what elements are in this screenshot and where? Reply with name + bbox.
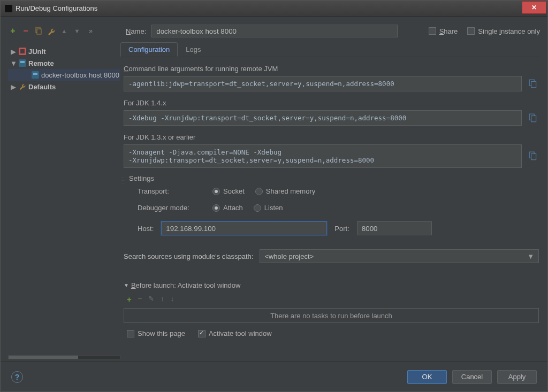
port-label: Port:	[334, 225, 349, 233]
apply-button[interactable]: Apply	[497, 370, 537, 384]
tree-label: Defaults	[28, 83, 56, 91]
app-icon	[5, 5, 12, 12]
config-name-input[interactable]	[151, 25, 398, 37]
transport-socket-radio[interactable]: Socket	[212, 187, 245, 195]
classpath-value: <whole project>	[264, 252, 314, 260]
copy-config-icon[interactable]	[34, 26, 43, 36]
jdk13-label: For JDK 1.3.x or earlier	[124, 133, 539, 141]
port-input[interactable]	[357, 221, 432, 235]
help-button[interactable]: ?	[11, 371, 23, 383]
remove-task-icon: −	[138, 295, 142, 304]
window-title: Run/Debug Configurations	[16, 4, 97, 12]
tree-node-defaults[interactable]: ▶ Defaults	[8, 81, 120, 93]
mode-label: Debugger mode:	[138, 204, 202, 212]
svg-rect-7	[531, 154, 536, 160]
before-launch-header[interactable]: ▼ Before launch: Activate tool window	[124, 281, 539, 289]
tree-column: ▶ JUnit ▼ Remote docker-toolbox host 800…	[8, 42, 120, 359]
caret-down-icon: ▼	[124, 282, 129, 288]
move-task-down-icon: ↓	[171, 295, 174, 304]
tasks-list[interactable]: There are no tasks to run before launch	[124, 308, 539, 323]
junit-icon	[19, 48, 26, 55]
transport-row: Transport: Socket Shared memory	[138, 187, 539, 195]
config-panel: Command line arguments for running remot…	[120, 57, 540, 359]
jdk14-label: For JDK 1.4.x	[124, 99, 539, 107]
host-label: Host:	[138, 225, 154, 233]
host-input[interactable]	[161, 221, 327, 235]
svg-rect-5	[531, 116, 536, 121]
activate-window-checkbox[interactable]: Activate tool window	[198, 329, 272, 337]
expand-arrow-icon[interactable]: ▶	[10, 48, 17, 56]
classpath-label: Search sources using module's classpath:	[124, 252, 253, 260]
edit-defaults-icon[interactable]	[47, 26, 56, 36]
move-up-icon[interactable]: ▲	[59, 26, 69, 36]
tree-node-remote[interactable]: ▼ Remote	[8, 57, 120, 69]
dropdown-arrow-icon: ▼	[527, 252, 534, 260]
remove-config-icon[interactable]: −	[21, 26, 31, 36]
add-task-icon[interactable]: +	[127, 295, 132, 304]
tree-label: docker-toolbox host 8000	[41, 71, 119, 79]
drag-handle-icon[interactable]: ······	[121, 176, 125, 185]
transport-label: Transport:	[138, 187, 202, 195]
before-launch-section: ▼ Before launch: Activate tool window + …	[124, 281, 539, 337]
copy-jdk14-icon[interactable]	[527, 110, 539, 126]
tree-label: JUnit	[28, 48, 46, 56]
show-page-checkbox[interactable]: Show this page	[127, 329, 185, 337]
mode-attach-radio[interactable]: Attach	[212, 204, 243, 212]
collapse-arrow-icon[interactable]: ▼	[10, 59, 17, 67]
transport-shared-radio[interactable]: Shared memory	[255, 187, 315, 195]
move-task-up-icon: ↑	[161, 295, 164, 304]
tree-scrollbar[interactable]	[8, 355, 120, 359]
svg-rect-1	[37, 29, 41, 34]
expand-arrow-icon[interactable]: ▶	[10, 83, 17, 91]
empty-tasks-label: There are no tasks to run before launch	[270, 312, 392, 320]
tab-logs[interactable]: Logs	[178, 42, 209, 57]
mode-listen-radio[interactable]: Listen	[254, 204, 283, 212]
settings-title: Settings	[129, 174, 154, 182]
classpath-select[interactable]: <whole project> ▼	[260, 249, 539, 263]
wrench-icon	[19, 82, 26, 91]
host-port-row: Host: Port:	[138, 221, 539, 235]
svg-rect-3	[531, 81, 536, 87]
copy-jdk13-icon[interactable]	[527, 144, 539, 168]
copy-cli-icon[interactable]	[527, 76, 539, 91]
edit-task-icon: ✎	[148, 295, 154, 304]
classpath-row: Search sources using module's classpath:…	[124, 249, 539, 263]
move-down-icon[interactable]: ▼	[72, 26, 82, 36]
close-button[interactable]: ✕	[522, 1, 546, 14]
tree-node-junit[interactable]: ▶ JUnit	[8, 45, 120, 57]
tree-label: Remote	[28, 59, 54, 67]
expand-icon[interactable]: »	[85, 26, 95, 36]
mode-row: Debugger mode: Attach Listen	[138, 204, 539, 212]
tree-node-remote-child[interactable]: docker-toolbox host 8000	[8, 69, 120, 81]
top-row: + − ▲ ▼ » Name: Share	[8, 22, 540, 40]
tab-configuration[interactable]: Configuration	[120, 42, 178, 57]
remote-icon	[19, 59, 26, 67]
config-tree[interactable]: ▶ JUnit ▼ Remote docker-toolbox host 800…	[8, 42, 120, 93]
cancel-button[interactable]: Cancel	[452, 370, 492, 384]
ok-button[interactable]: OK	[407, 370, 447, 384]
dialog-footer: ? OK Cancel Apply	[1, 362, 547, 391]
title-bar: Run/Debug Configurations ✕	[1, 1, 547, 17]
settings-group: ······ Settings Transport: Socket Shared…	[124, 175, 539, 235]
name-label: Name:	[126, 27, 146, 35]
add-config-icon[interactable]: +	[8, 26, 18, 36]
single-instance-checkbox[interactable]: Single instance only	[467, 27, 540, 35]
dialog-window: Run/Debug Configurations ✕ + − ▲ ▼ » Nam…	[0, 0, 548, 392]
jdk14-args-box[interactable]: -Xdebug -Xrunjdwp:transport=dt_socket,se…	[124, 110, 522, 126]
cli-args-box[interactable]: -agentlib:jdwp=transport=dt_socket,serve…	[124, 76, 522, 91]
close-icon: ✕	[531, 4, 537, 11]
config-tabs: Configuration Logs	[120, 42, 540, 57]
remote-icon	[32, 71, 39, 79]
cli-label: Command line arguments for running remot…	[124, 65, 539, 73]
tree-toolbar: + − ▲ ▼ »	[8, 26, 120, 36]
jdk13-args-box[interactable]: -Xnoagent -Djava.compiler=NONE -Xdebug -…	[124, 144, 522, 168]
share-checkbox[interactable]: Share	[429, 27, 458, 35]
